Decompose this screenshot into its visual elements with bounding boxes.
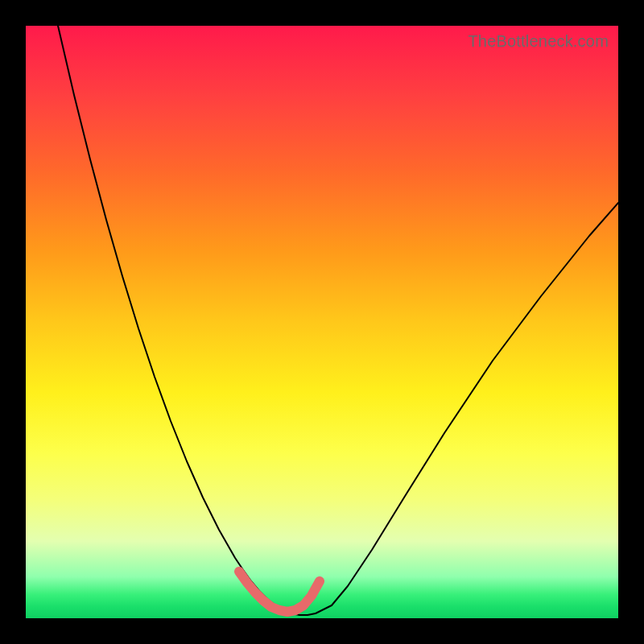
chart-frame: TheBottleneck.com bbox=[0, 0, 644, 644]
trough-highlight bbox=[239, 572, 320, 612]
curve-svg bbox=[26, 26, 618, 618]
plot-area: TheBottleneck.com bbox=[26, 26, 618, 618]
bottleneck-curve bbox=[58, 26, 618, 615]
